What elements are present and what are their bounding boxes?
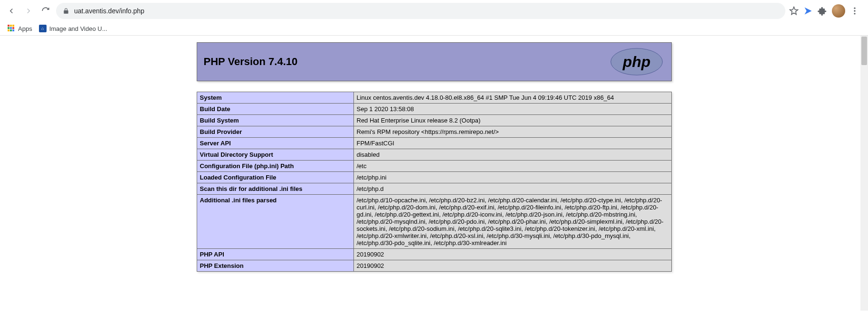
row-value: /etc/php.ini [353,172,671,183]
php-version-title: PHP Version 7.4.10 [204,56,298,68]
row-value: /etc/php.d/10-opcache.ini, /etc/php.d/20… [353,195,671,249]
arrow-left-icon [7,7,16,15]
svg-text:php: php [622,53,650,70]
phpinfo-table: SystemLinux centos.aventis.dev 4.18.0-80… [197,92,672,272]
toolbar-right [789,4,863,18]
table-row: Scan this dir for additional .ini files/… [197,183,671,195]
page-viewport: PHP Version 7.4.10 php SystemLinux cento… [0,36,868,311]
phpinfo-container: PHP Version 7.4.10 php SystemLinux cento… [197,42,672,272]
row-key: PHP Extension [197,260,353,272]
table-row: Configuration File (php.ini) Path/etc [197,161,671,172]
row-key: Configuration File (php.ini) Path [197,161,353,172]
table-row: PHP API20190902 [197,249,671,260]
row-value: Remi's RPM repository <https://rpms.remi… [353,126,671,138]
browser-chrome: uat.aventis.dev/info.php Apps ⌂ Image an [0,0,868,36]
browser-toolbar: uat.aventis.dev/info.php [0,0,868,22]
svg-point-1 [854,10,855,11]
extension-icon-1[interactable] [803,6,813,16]
row-key: Additional .ini files parsed [197,195,353,249]
row-value: 20190902 [353,249,671,260]
table-row: Build DateSep 1 2020 13:58:08 [197,104,671,115]
apps-shortcut[interactable]: Apps [8,25,32,32]
bookmark-item-1[interactable]: ⌂ Image and Video U... [39,25,107,32]
row-value: Red Hat Enterprise Linux release 8.2 (Oo… [353,115,671,126]
scrollbar-thumb[interactable] [861,37,867,65]
svg-point-0 [854,8,855,9]
back-button[interactable] [5,4,18,18]
bookmark-label: Image and Video U... [49,25,107,32]
php-logo-icon: php [609,47,665,76]
row-key: Build Provider [197,126,353,138]
address-bar[interactable]: uat.aventis.dev/info.php [56,3,785,19]
table-row: Loaded Configuration File/etc/php.ini [197,172,671,183]
row-key: Scan this dir for additional .ini files [197,183,353,195]
scrollbar-track[interactable] [860,36,868,311]
row-value: /etc/php.d [353,183,671,195]
row-value: FPM/FastCGI [353,138,671,149]
apps-label: Apps [18,25,32,32]
reload-icon [41,7,50,15]
reload-button[interactable] [39,4,52,18]
table-row: Virtual Directory Supportdisabled [197,149,671,161]
table-row: Server APIFPM/FastCGI [197,138,671,149]
row-key: Server API [197,138,353,149]
menu-icon[interactable] [850,6,859,16]
profile-avatar[interactable] [832,4,845,18]
table-row: Additional .ini files parsed/etc/php.d/1… [197,195,671,249]
row-value: 20190902 [353,260,671,272]
row-key: Build Date [197,104,353,115]
favicon-icon: ⌂ [39,25,47,32]
row-key: Loaded Configuration File [197,172,353,183]
row-key: Build System [197,115,353,126]
row-key: System [197,92,353,104]
extensions-icon[interactable] [818,6,827,16]
row-value: Linux centos.aventis.dev 4.18.0-80.el8.x… [353,92,671,104]
url-text: uat.aventis.dev/info.php [74,7,144,15]
star-icon[interactable] [789,6,799,16]
table-row: PHP Extension20190902 [197,260,671,272]
table-row: Build ProviderRemi's RPM repository <htt… [197,126,671,138]
bookmarks-bar: Apps ⌂ Image and Video U... [0,22,868,36]
apps-icon [8,25,15,32]
svg-point-2 [854,13,855,14]
row-value: Sep 1 2020 13:58:08 [353,104,671,115]
table-row: SystemLinux centos.aventis.dev 4.18.0-80… [197,92,671,104]
row-key: PHP API [197,249,353,260]
table-row: Build SystemRed Hat Enterprise Linux rel… [197,115,671,126]
arrow-right-icon [24,7,33,15]
forward-button[interactable] [22,4,35,18]
row-key: Virtual Directory Support [197,149,353,161]
row-value: disabled [353,149,671,161]
lock-icon [63,8,69,14]
row-value: /etc [353,161,671,172]
php-header: PHP Version 7.4.10 php [197,42,672,81]
